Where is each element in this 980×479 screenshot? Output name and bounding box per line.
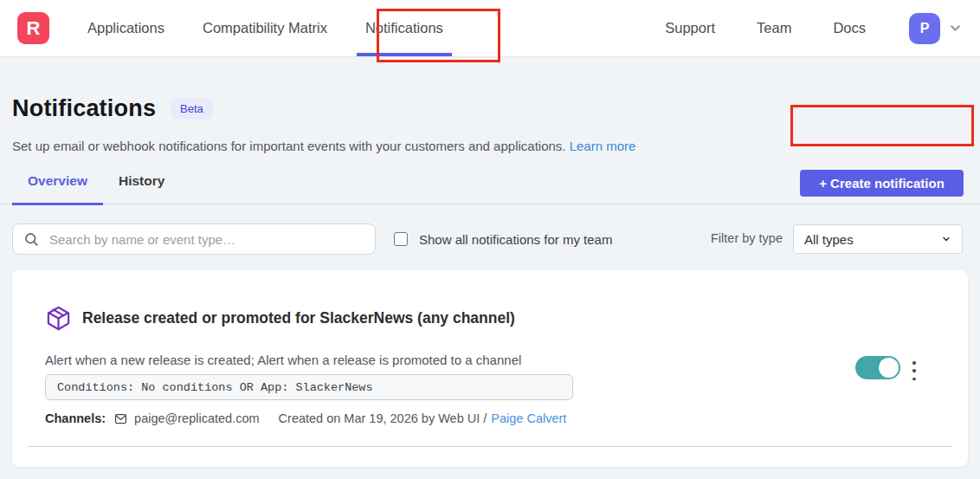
- filter-row: Show all notifications for my team Filte…: [0, 223, 980, 255]
- page-title-row: Notifications Beta: [12, 95, 213, 122]
- conditions-box: Conditions: No conditions OR App: Slacke…: [45, 374, 573, 400]
- type-filter-value: All types: [804, 232, 854, 247]
- package-icon: [45, 305, 72, 332]
- nav-item-notifications[interactable]: Notifications: [357, 0, 452, 56]
- nav-item-docs[interactable]: Docs: [824, 0, 874, 56]
- search-input[interactable]: [12, 223, 376, 255]
- nav-item-support[interactable]: Support: [656, 0, 724, 56]
- notification-title: Release created or promoted for SlackerN…: [82, 309, 515, 327]
- type-filter-select[interactable]: All types: [793, 224, 963, 254]
- chevron-down-icon: [941, 234, 951, 244]
- channels-row: Channels: paige@replicated.com Created o…: [45, 411, 566, 425]
- nav-item-compatibility-matrix[interactable]: Compatibility Matrix: [194, 0, 336, 56]
- notification-card: Release created or promoted for SlackerN…: [12, 270, 968, 467]
- page-title: Notifications: [12, 95, 156, 122]
- tabs: Overview History: [0, 172, 980, 204]
- user-avatar[interactable]: P: [909, 13, 940, 44]
- page-description: Set up email or webhook notifications fo…: [12, 139, 635, 153]
- chevron-down-icon[interactable]: [948, 21, 963, 36]
- learn-more-link[interactable]: Learn more: [570, 139, 636, 153]
- page-description-text: Set up email or webhook notifications fo…: [12, 139, 570, 153]
- notification-title-row: Release created or promoted for SlackerN…: [45, 305, 515, 332]
- toggle-knob: [879, 358, 899, 378]
- card-divider: [28, 446, 952, 447]
- beta-badge: Beta: [171, 98, 213, 120]
- tab-history[interactable]: History: [103, 172, 180, 204]
- notification-enabled-toggle[interactable]: [855, 356, 900, 379]
- email-icon: [113, 412, 128, 425]
- top-nav-bar: R Applications Compatibility Matrix Noti…: [0, 0, 980, 57]
- tab-overview[interactable]: Overview: [12, 172, 103, 204]
- nav-item-applications[interactable]: Applications: [79, 0, 173, 56]
- show-all-checkbox[interactable]: [394, 232, 408, 246]
- nav-right: Support Team Docs: [644, 0, 887, 56]
- created-by-link[interactable]: Paige Calvert: [491, 411, 566, 425]
- channels-label: Channels:: [45, 411, 106, 425]
- search-icon: [23, 231, 39, 247]
- channel-email: paige@replicated.com: [134, 411, 260, 425]
- notification-description: Alert when a new release is created; Ale…: [45, 353, 521, 367]
- main-content: Notifications Beta + Create notification…: [0, 57, 980, 479]
- show-all-checkbox-label: Show all notifications for my team: [419, 232, 612, 247]
- search-box: [12, 223, 376, 255]
- replicated-logo[interactable]: R: [17, 12, 49, 44]
- nav-left: Applications Compatibility Matrix Notifi…: [68, 0, 462, 56]
- filter-by-type-label: Filter by type: [711, 231, 783, 245]
- nav-item-team[interactable]: Team: [748, 0, 800, 56]
- kebab-menu-icon[interactable]: [908, 359, 920, 382]
- created-text: Created on Mar 19, 2026 by Web UI /: [279, 411, 487, 425]
- show-all-checkbox-group: Show all notifications for my team: [394, 223, 612, 255]
- notifications-page: R Applications Compatibility Matrix Noti…: [0, 0, 980, 479]
